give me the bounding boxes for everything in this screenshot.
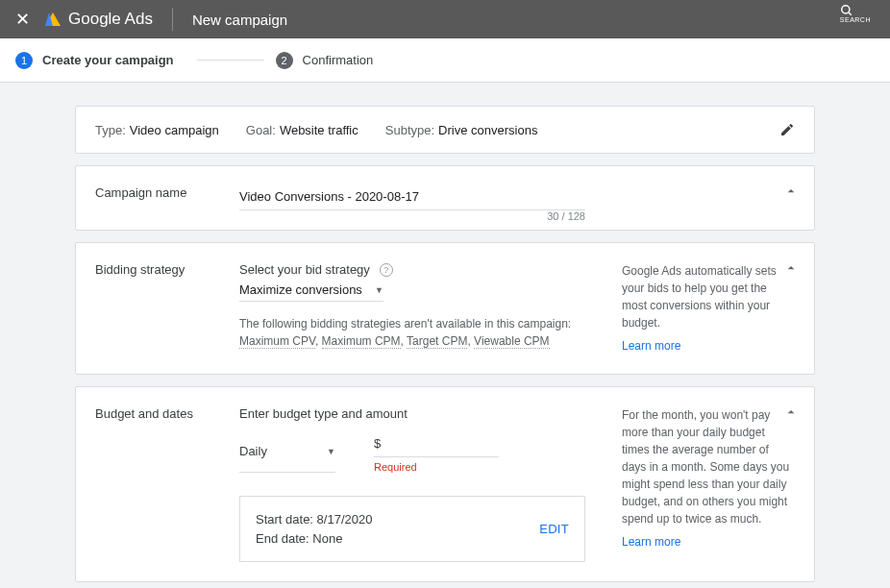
chevron-up-icon bbox=[783, 184, 799, 199]
bid-strategy-value: Maximize conversions bbox=[239, 282, 362, 297]
section-title: Bidding strategy bbox=[95, 262, 239, 355]
search-label: SEARCH bbox=[840, 16, 871, 23]
help-icon[interactable]: ? bbox=[380, 263, 393, 277]
step-connector bbox=[197, 60, 264, 61]
content-area: Type: Video campaign Goal: Website traff… bbox=[0, 83, 890, 588]
section-title: Budget and dates bbox=[95, 406, 239, 562]
type-label: Type: bbox=[95, 123, 126, 137]
subtype-value: Drive conversions bbox=[438, 123, 537, 137]
dates-box: Start date: 8/17/2020 End date: None EDI… bbox=[239, 496, 585, 562]
unavailable-strategies-note: The following bidding strategies aren't … bbox=[239, 315, 595, 350]
strategy-target-cpm: Target CPM bbox=[407, 334, 467, 349]
svg-line-1 bbox=[849, 12, 852, 15]
step-create-campaign[interactable]: 1 Create your campaign bbox=[15, 52, 174, 69]
end-date-line: End date: None bbox=[256, 529, 372, 549]
campaign-name-card: Campaign name 30 / 128 bbox=[75, 165, 815, 231]
pencil-icon bbox=[779, 122, 795, 137]
step-confirmation[interactable]: 2 Confirmation bbox=[276, 52, 374, 69]
goal-label: Goal: bbox=[246, 123, 276, 137]
search-button[interactable]: SEARCH bbox=[840, 4, 871, 23]
bid-strategy-label: Select your bid strategy bbox=[239, 262, 370, 277]
strategy-max-cpm: Maximum CPM bbox=[322, 334, 401, 349]
steps-bar: 1 Create your campaign 2 Confirmation bbox=[0, 38, 890, 83]
step-label: Create your campaign bbox=[42, 53, 174, 67]
dropdown-triangle-icon: ▼ bbox=[375, 285, 383, 295]
dropdown-triangle-icon: ▼ bbox=[327, 447, 335, 456]
chevron-up-icon bbox=[783, 260, 799, 276]
strategy-max-cpv: Maximum CPV bbox=[239, 334, 315, 349]
brand-name: Google Ads bbox=[68, 10, 153, 29]
bid-strategy-select[interactable]: Maximize conversions ▼ bbox=[239, 282, 383, 302]
budget-amount-input[interactable] bbox=[374, 432, 499, 457]
campaign-name-input[interactable] bbox=[239, 185, 585, 210]
bidding-strategy-card: Bidding strategy Select your bid strateg… bbox=[75, 242, 815, 375]
bidding-help-text: Google Ads automatically sets your bids … bbox=[622, 262, 795, 331]
close-icon[interactable]: ✕ bbox=[15, 9, 30, 30]
edit-summary-button[interactable] bbox=[779, 122, 795, 137]
campaign-summary-card: Type: Video campaign Goal: Website traff… bbox=[75, 106, 815, 154]
chevron-up-icon bbox=[783, 404, 799, 420]
app-header: ✕ Google Ads New campaign SEARCH bbox=[0, 0, 890, 38]
edit-dates-button[interactable]: EDIT bbox=[539, 522, 569, 536]
required-label: Required bbox=[374, 461, 499, 473]
budget-learn-more-link[interactable]: Learn more bbox=[622, 533, 680, 551]
budget-help-text: For the month, you won't pay more than y… bbox=[622, 406, 795, 527]
start-date-line: Start date: 8/17/2020 bbox=[256, 510, 372, 529]
svg-point-0 bbox=[842, 6, 850, 13]
section-title: Campaign name bbox=[95, 185, 239, 210]
type-value: Video campaign bbox=[130, 123, 219, 137]
budget-type-value: Daily bbox=[239, 444, 267, 458]
bidding-learn-more-link[interactable]: Learn more bbox=[622, 337, 680, 355]
step-label: Confirmation bbox=[303, 53, 374, 67]
collapse-button[interactable] bbox=[783, 404, 799, 420]
google-ads-logo-icon bbox=[45, 12, 61, 26]
collapse-button[interactable] bbox=[783, 184, 799, 199]
budget-dates-card: Budget and dates Enter budget type and a… bbox=[75, 386, 815, 582]
goal-value: Website traffic bbox=[280, 123, 358, 137]
header-divider bbox=[172, 8, 173, 31]
budget-type-select[interactable]: Daily ▼ bbox=[239, 432, 335, 473]
strategy-viewable-cpm: Viewable CPM bbox=[474, 334, 549, 349]
budget-prompt: Enter budget type and amount bbox=[239, 406, 603, 421]
search-icon bbox=[840, 4, 871, 17]
collapse-button[interactable] bbox=[783, 260, 799, 276]
step-number: 2 bbox=[276, 52, 293, 69]
step-number: 1 bbox=[15, 52, 33, 69]
char-counter: 30 / 128 bbox=[547, 210, 585, 222]
subtype-label: Subtype: bbox=[385, 123, 434, 137]
page-title: New campaign bbox=[192, 12, 287, 28]
